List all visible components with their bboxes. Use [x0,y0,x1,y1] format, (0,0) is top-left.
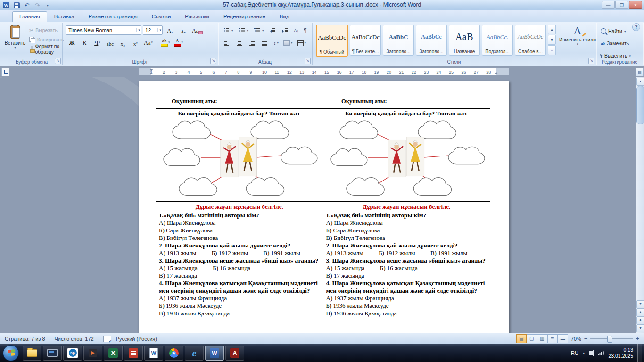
horizontal-ruler[interactable]: 1234567891011121314151617181920212223242… [139,68,509,75]
style-no-spacing[interactable]: AaBbCcDc ¶ Без инте... [350,25,381,56]
right-indent-marker[interactable] [495,72,498,74]
borders-button[interactable]: ▾ [296,38,308,48]
increase-indent-button[interactable] [280,25,291,36]
vertical-scrollbar[interactable]: ▲ ▼ ▲ ● ▼ [636,77,644,333]
taskbar-icon-chrome[interactable] [165,346,183,361]
tab-ssylki[interactable]: Ссылки [145,11,178,22]
show-desktop-button[interactable] [637,344,642,362]
taskbar-icon-internet-explorer[interactable]: e [185,346,204,361]
fullscreen-view-button[interactable]: ▢ [527,334,537,343]
strikethrough-button[interactable]: abc [104,37,116,47]
maximize-button[interactable]: ❐ [615,1,628,9]
tab-glavnaya[interactable]: Главная [12,11,47,22]
minimize-button[interactable]: — [602,1,615,9]
replace-button[interactable]: аб Заменить [600,39,632,48]
change-styles-button[interactable]: А Изменить стили ▾ [558,25,597,57]
styles-scroll-down-button[interactable]: ▼ [548,35,556,45]
web-layout-view-button[interactable]: ▥ [537,334,547,343]
styles-more-button[interactable]: ⌄ [548,45,556,55]
align-center-button[interactable] [233,38,245,48]
print-layout-view-button[interactable]: ▤ [516,334,527,343]
tab-rassylki[interactable]: Рассылки [178,11,216,22]
shading-button[interactable]: ▾ [281,38,295,48]
multilevel-list-button[interactable]: ▾ [251,25,266,36]
align-left-button[interactable] [221,38,232,48]
select-button[interactable]: Выделить ▾ [600,51,632,60]
next-page-button[interactable]: ▼ [636,324,644,332]
volume-icon[interactable] [589,351,592,355]
taskbar-icon-hp[interactable]: hp [63,346,82,361]
clear-formatting-button[interactable]: Аа [190,25,204,35]
show-marks-button[interactable]: ¶ [302,25,308,36]
paste-button[interactable]: Вставить ▾ [3,25,27,49]
paragraph-dialog-launcher[interactable]: ↘ [305,58,311,64]
page-indicator[interactable]: Страница: 7 из 8 [0,336,50,342]
tab-recenzirovanie[interactable]: Рецензирование [216,11,272,22]
zoom-in-button[interactable]: + [636,336,639,342]
tray-clock[interactable]: 0:13 23.01.2025 [608,347,633,359]
style-subtitle[interactable]: AaBbCc. Подзагол... [482,25,513,56]
taskbar-icon-red-app[interactable] [124,346,143,361]
outline-view-button[interactable]: ≣ [547,334,558,343]
select-browse-object-button[interactable]: ● [636,316,644,324]
tab-vstavka[interactable]: Вставка [47,11,82,22]
decrease-indent-button[interactable] [267,25,279,36]
styles-dialog-launcher[interactable]: ↘ [588,58,594,64]
taskbar-icon-word-active[interactable]: W [205,346,224,361]
word-count[interactable]: Число слов: 172 [50,336,99,342]
previous-page-button[interactable]: ▲ [636,308,644,316]
first-line-indent-marker[interactable] [149,69,153,71]
italic-button[interactable]: К [79,37,91,47]
bold-button[interactable]: Ж [66,37,78,47]
grow-font-button[interactable]: А▴ [164,25,176,35]
line-spacing-button[interactable]: ↕▾ [272,38,281,48]
style-subtle-emphasis[interactable]: AaBbCcDc Слабое в... [515,25,546,56]
font-size-combobox[interactable]: 12 ▾ [143,25,163,35]
style-heading1[interactable]: AaBbC Заголово... [383,25,414,56]
font-family-combobox[interactable]: Times New Roman ▾ [66,25,141,35]
taskbar-icon-word-document[interactable]: W [144,346,163,361]
start-button[interactable] [3,345,19,361]
numbering-button[interactable]: ▾ [236,25,251,36]
font-dialog-launcher[interactable]: ↘ [210,58,216,64]
clipboard-dialog-launcher[interactable]: ↘ [55,58,61,64]
draft-view-button[interactable]: ▬ [558,334,568,343]
bullets-button[interactable]: ▾ [221,25,235,36]
tray-hidden-icons-button[interactable]: ▴ [583,351,585,355]
zoom-slider[interactable] [590,338,633,339]
taskbar-icon-media-app[interactable] [83,346,102,361]
style-normal[interactable]: AaBbCcDc ¶ Обычный [316,25,348,57]
shrink-font-button[interactable]: А▾ [177,25,189,35]
scrollbar-thumb[interactable] [636,86,644,124]
zoom-level[interactable]: 70% [571,336,581,342]
change-case-button[interactable]: Аа ▾ [142,37,154,47]
justify-button[interactable] [259,38,271,48]
cut-button[interactable]: ✂ Вырезать [28,25,65,35]
left-indent-marker[interactable] [149,72,153,74]
copy-button[interactable]: Копировать [28,35,65,44]
find-button[interactable]: Найти ▾ [600,26,632,36]
close-button[interactable]: ✕ [629,1,642,9]
scroll-down-button[interactable]: ▼ [636,300,644,308]
style-title[interactable]: AaB Название [449,25,480,56]
subscript-button[interactable]: х₂ [117,37,129,47]
tab-selector[interactable] [1,68,9,76]
tab-razmetka[interactable]: Разметка страницы [82,11,145,22]
superscript-button[interactable]: х² [130,37,141,47]
align-right-button[interactable] [246,38,258,48]
network-icon[interactable] [598,350,604,355]
font-color-button[interactable]: А ▾ [173,37,185,47]
zoom-slider-thumb[interactable] [607,336,612,343]
styles-scroll-up-button[interactable]: ▲ [548,25,556,34]
sort-button[interactable]: А↓ [292,25,301,36]
spellcheck-icon[interactable] [103,336,111,342]
tray-language[interactable]: RU [571,350,578,356]
taskbar-icon-monitor-app[interactable] [43,346,62,361]
language-indicator[interactable]: Русский (Россия) [111,336,162,342]
ruler-toggle-button[interactable]: ▤ [636,68,644,76]
scroll-up-button[interactable]: ▲ [636,78,644,86]
format-painter-button[interactable]: Формат по образцу [28,44,65,54]
page[interactable]: Оқушының аты:___________________________… [139,81,509,333]
taskbar-icon-explorer[interactable] [23,346,41,361]
underline-button[interactable]: Ч ▾ [91,37,103,47]
